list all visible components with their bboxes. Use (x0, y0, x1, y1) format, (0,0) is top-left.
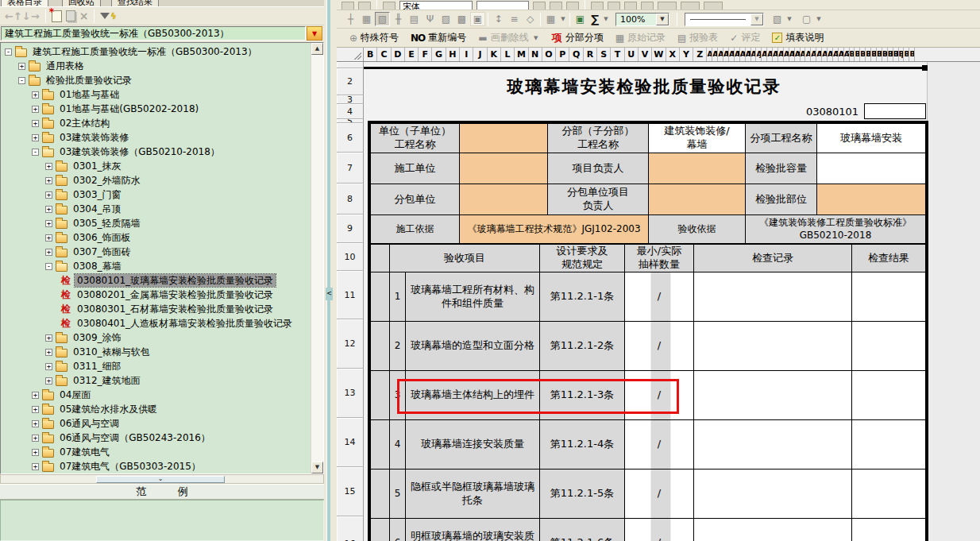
input-cell[interactable] (649, 184, 746, 215)
column-header[interactable]: AK (762, 48, 767, 61)
column-header[interactable]: BK (904, 48, 909, 61)
panel-splitter[interactable]: < (324, 0, 337, 541)
edge-cell[interactable] (371, 470, 390, 519)
tree-item-label[interactable]: 0308_幕墙 (71, 260, 124, 272)
column-header[interactable]: C (377, 48, 391, 61)
align-center-icon[interactable] (608, 2, 620, 10)
column-header[interactable]: BG (882, 48, 888, 61)
expand-icon[interactable]: + (45, 191, 52, 199)
input-cell[interactable] (460, 124, 548, 153)
tree-item-label[interactable]: 01地基与基础 (57, 88, 122, 101)
tree-item[interactable]: +0304_吊顶 (1, 202, 311, 216)
column-header[interactable]: AG (740, 48, 746, 61)
tree-item[interactable]: +06通风与空调（GB50243-2016） (1, 431, 311, 445)
row-header[interactable]: 8 (337, 184, 364, 214)
tree-horizontal-scrollbar[interactable]: ⌄ (0, 474, 324, 484)
tab-form-catalog[interactable]: 表格目录 (1, 0, 48, 7)
body-header-cell[interactable]: 最小/实际 抽样数量 (625, 245, 694, 272)
tree-item[interactable]: +01地基与基础(GB50202-2018) (1, 102, 311, 116)
column-header[interactable]: AN (778, 48, 784, 61)
expand-icon[interactable]: + (45, 177, 52, 184)
tree-item[interactable]: -建筑工程施工质量验收统一标准（GB50300-2013） (1, 44, 311, 59)
strikethrough-button-dropdown-icon[interactable]: ▼ (532, 35, 540, 41)
row-header[interactable]: 3 (337, 95, 364, 104)
fill-instructions-button[interactable]: ✓填表说明 (772, 31, 824, 44)
column-header[interactable]: AH (746, 48, 751, 61)
column-header[interactable]: AO (784, 48, 789, 61)
tree-item-label[interactable]: 03080401_人造板材幕墙安装检验批质量验收记录 (75, 317, 295, 330)
column-header[interactable]: O (542, 48, 556, 61)
expand-icon[interactable]: + (18, 63, 25, 70)
nav-up-icon[interactable]: ↑ (14, 10, 22, 22)
column-header[interactable]: AP (789, 48, 795, 61)
input-cell[interactable] (649, 153, 746, 184)
strikethrough-button[interactable]: ▬画删除线▼ (478, 31, 539, 44)
row-header[interactable]: 16 (337, 516, 364, 541)
body-header-cell[interactable]: 验收项目 (390, 245, 540, 272)
expand-icon[interactable]: + (45, 363, 52, 370)
column-header[interactable]: AU (816, 48, 822, 61)
expand-icon[interactable]: + (32, 134, 39, 141)
tree-item[interactable]: +通用表格 (1, 59, 311, 73)
body-header-cell[interactable]: 检查结果 (852, 245, 926, 272)
input-cell[interactable] (460, 153, 548, 184)
tree-item-label[interactable]: 0311_细部 (71, 360, 124, 373)
tree-item[interactable]: 检03080301_石材幕墙安装检验批质量验收记录 (1, 302, 311, 316)
tree-item-label[interactable]: 07建筑电气 (57, 446, 112, 458)
align-right-icon[interactable] (624, 2, 637, 10)
autosum-icon[interactable]: ∑ (591, 13, 599, 25)
tab-recycle-bin[interactable]: 回收站 (62, 0, 101, 7)
column-header[interactable]: AJ (756, 48, 762, 61)
tree-item[interactable]: +0303_门窗 (1, 187, 311, 202)
border-style-dropdown-icon[interactable]: ▼ (815, 16, 823, 22)
expand-icon[interactable]: + (45, 249, 52, 256)
tree-item-label[interactable]: 06通风与空调 (57, 417, 122, 430)
tree-item[interactable]: +0301_抹灰 (1, 159, 311, 173)
column-header[interactable]: BJ (899, 48, 905, 61)
column-header[interactable]: BF (877, 48, 882, 61)
input-cell[interactable] (817, 153, 926, 184)
special-symbols-button[interactable]: ⊕特殊符号 (349, 31, 399, 44)
split-cell-icon[interactable]: ╫ (391, 12, 406, 26)
expand-icon[interactable]: + (32, 449, 39, 456)
column-header[interactable]: B (364, 48, 377, 61)
column-header[interactable]: K (488, 48, 501, 61)
body-header-cell[interactable]: 检查记录 (694, 245, 852, 272)
tree-item[interactable]: -0308_幕墙 (1, 259, 311, 273)
column-header[interactable]: T (611, 48, 624, 61)
row-height-decrease-icon[interactable]: ≡ (507, 12, 522, 26)
expand-icon[interactable]: + (32, 106, 39, 113)
column-header[interactable]: BB (855, 48, 860, 61)
copy-form-icon[interactable] (66, 10, 75, 21)
body-header-cell[interactable] (371, 245, 390, 272)
column-header[interactable]: AZ (844, 48, 850, 61)
tree-item-label[interactable]: 通用表格 (44, 60, 87, 72)
tree-item-label[interactable]: 03080301_石材幕墙安装检验批质量验收记录 (75, 303, 276, 315)
tree-item-label[interactable]: 06通风与空调（GB50243-2016） (57, 431, 213, 444)
column-header[interactable]: AM (773, 48, 778, 61)
row-header[interactable]: 15 (337, 467, 364, 516)
new-form-icon[interactable] (52, 10, 62, 22)
item-number-cell[interactable]: 6 (390, 519, 406, 541)
form-title[interactable]: 玻璃幕墙安装检验批质量验收记录 (364, 69, 924, 104)
column-header[interactable]: AT (811, 48, 816, 61)
edge-cell[interactable] (371, 322, 390, 371)
standard-select[interactable]: 建筑工程施工质量验收统一标准（GB50300-2013） (1, 26, 306, 41)
tree-item-label[interactable]: 检验批质量验收记录 (44, 74, 134, 87)
label-cell[interactable]: 分包单位 (371, 184, 460, 215)
column-header[interactable]: BA (850, 48, 855, 61)
tree-item-label[interactable]: 03建筑装饰装修 (57, 131, 131, 144)
align-left-icon[interactable] (591, 2, 604, 10)
edge-cell[interactable] (371, 519, 390, 541)
autosum-dropdown-icon[interactable]: ▼ (602, 16, 610, 22)
expand-icon[interactable]: + (45, 163, 52, 170)
item-name-cell[interactable]: 玻璃幕墙的造型和立面分格 (406, 322, 540, 371)
tree-item-label[interactable]: 0306_饰面板 (71, 231, 133, 244)
border-style-icon[interactable]: ▢ (799, 12, 814, 26)
check-result-cell[interactable] (852, 371, 926, 420)
column-header[interactable]: BH (888, 48, 893, 61)
renumber-button[interactable]: NO重新编号 (411, 31, 466, 44)
collapse-icon[interactable]: - (18, 77, 25, 84)
tree-item-label[interactable]: 0303_门窗 (71, 188, 124, 201)
sample-quantity-cell[interactable]: / (625, 322, 694, 371)
